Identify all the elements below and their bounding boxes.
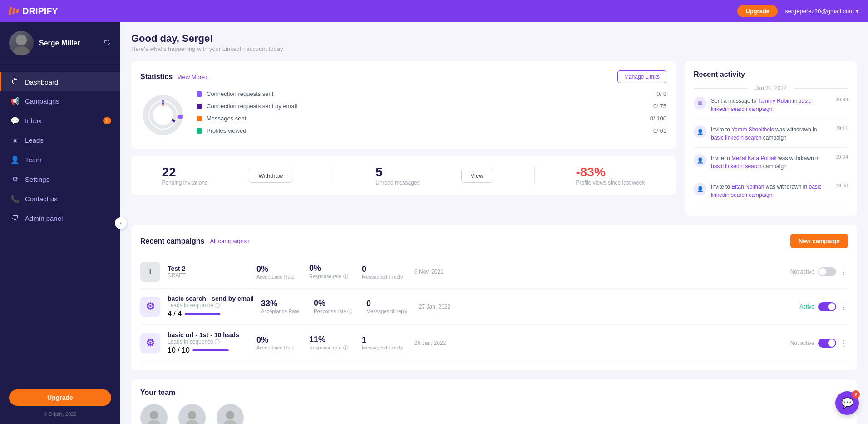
sidebar-nav: ⏱ Dashboard 📢 Campaigns 💬 Inbox 5 ★ Lead… — [0, 65, 120, 382]
campaign-info-0: Test 2 DRAFT — [168, 265, 249, 279]
stat-row: Messages sent 0/ 100 — [197, 115, 666, 122]
messages-label-1: Messages till reply — [366, 309, 412, 314]
sidebar-item-inbox[interactable]: 💬 Inbox 5 — [0, 111, 120, 130]
activity-panel: Recent activity Jan 31, 2022 ✉ Sent a me… — [685, 61, 857, 216]
manage-limits-button[interactable]: Manage Limits — [617, 70, 666, 83]
copyright: © Dripify, 2022 — [9, 411, 111, 417]
team-member-2 — [217, 404, 244, 424]
sidebar-item-settings[interactable]: ⚙ Settings — [0, 170, 120, 189]
campaign-response-0: 0% Response rate ⓘ — [309, 264, 355, 280]
member-avatar-svg-0 — [145, 409, 163, 424]
info-icon-1: ⓘ — [347, 309, 352, 314]
logo-text: DRIPIFY — [22, 6, 58, 16]
stat-dot-connections — [197, 91, 202, 97]
sidebar-item-admin[interactable]: 🛡 Admin panel — [0, 209, 120, 228]
response-label-1: Response rate ⓘ — [314, 308, 359, 315]
svg-point-13 — [226, 411, 235, 419]
campaign-icon-1: ⚙ — [140, 297, 160, 317]
stat-dot-email — [197, 104, 202, 109]
campaign-acceptance-1: 33% Acceptance Rate — [261, 299, 306, 314]
sidebar-item-team[interactable]: 👤 Team — [0, 150, 120, 170]
chat-badge: 2 — [852, 390, 860, 399]
activity-text-1: Invite to Yoram Shooltheis was withdrawn… — [711, 125, 831, 142]
settings-icon: ⚙ — [10, 175, 20, 184]
acceptance-value-2: 0% — [256, 335, 302, 345]
logo-stripe-2 — [12, 8, 15, 14]
toggle-switch-2[interactable] — [818, 339, 836, 348]
greeting-subtitle: Here's what's happening with your Linked… — [131, 45, 857, 52]
svg-point-14 — [223, 420, 237, 424]
stats-header: Statistics View More › Manage Limits — [140, 70, 666, 83]
toggle-switch-0[interactable] — [818, 267, 836, 276]
svg-point-1 — [13, 46, 30, 55]
stat-value-2: 0/ 100 — [650, 115, 666, 122]
messages-value-0: 0 — [362, 264, 407, 274]
info-icon: ⓘ — [343, 274, 348, 279]
progress-bar-fill-2 — [192, 349, 229, 351]
activity-link-campaign-2[interactable]: basic linkedin search — [711, 163, 761, 170]
chevron-down-icon: ▾ — [856, 8, 859, 15]
campaign-status-0: DRAFT — [168, 272, 249, 279]
stat-label-0: Connection requests sent — [207, 90, 652, 97]
upgrade-button-sidebar[interactable]: Upgrade — [9, 389, 111, 406]
campaign-name-2: basic url - 1st - 10 leads — [168, 331, 249, 339]
activity-text-2: Invite to Meital Kara Polliak was withdr… — [711, 154, 831, 170]
view-button[interactable]: View — [461, 169, 493, 183]
svg-point-7 — [162, 103, 164, 105]
progress-bar-bg-1 — [184, 313, 221, 315]
activity-link-yoram[interactable]: Yoram Shooltheis — [731, 126, 774, 133]
activity-link-tammy[interactable]: Tammy Rubin — [758, 98, 791, 104]
acceptance-label-1: Acceptance Rate — [261, 309, 306, 314]
messages-value-1: 0 — [366, 299, 412, 309]
chat-bubble[interactable]: 💬 2 — [835, 391, 859, 415]
withdraw-button[interactable]: Withdraw — [249, 169, 292, 183]
activity-link-meital[interactable]: Meital Kara Polliak — [731, 155, 776, 161]
activity-text-3: Invite to Eitan Noiman was withdrawn in … — [711, 183, 831, 199]
toggle-knob-2 — [828, 339, 835, 347]
upgrade-button-top[interactable]: Upgrade — [737, 5, 778, 17]
status-badge-1: Active — [799, 304, 814, 310]
activity-link-eitan[interactable]: Eitan Noiman — [731, 184, 764, 190]
campaign-response-2: 11% Response rate ⓘ — [309, 335, 355, 351]
sidebar-item-campaigns[interactable]: 📢 Campaigns — [0, 91, 120, 111]
activity-invite-icon-1: 👤 — [694, 125, 706, 138]
inbox-icon: 💬 — [10, 116, 20, 125]
stat-dot-profiles — [197, 128, 202, 134]
activity-link-campaign-3[interactable]: basic linkedin search campaign — [711, 184, 821, 198]
campaigns-title: Recent campaigns — [140, 237, 204, 245]
logo-stripe-1 — [8, 7, 12, 15]
campaigns-title-row: Recent campaigns All campaigns › — [140, 237, 250, 245]
activity-time-2: 19:04 — [835, 154, 848, 160]
all-campaigns-text: All campaigns — [210, 238, 247, 244]
sidebar-item-leads[interactable]: ★ Leads — [0, 130, 120, 150]
view-more-link[interactable]: View More › — [177, 74, 208, 80]
member-avatar-svg-2 — [221, 409, 239, 424]
all-campaigns-link[interactable]: All campaigns › — [210, 238, 249, 244]
main-layout: Serge Miller 🛡 ⏱ Dashboard 📢 Campaigns 💬… — [0, 22, 868, 424]
sidebar-item-dashboard[interactable]: ⏱ Dashboard — [0, 72, 120, 91]
campaign-date-2: 26 Jan, 2022 — [414, 340, 455, 346]
chat-icon: 💬 — [841, 397, 853, 409]
user-email-text: sergeperez20@gmail.com — [785, 8, 854, 15]
activity-link-campaign-1[interactable]: basic linkedin search — [711, 135, 761, 141]
activity-title: Recent activity — [694, 70, 848, 79]
team-members — [140, 404, 848, 424]
campaign-more-0[interactable]: ⋮ — [840, 267, 848, 277]
new-campaign-button[interactable]: New campaign — [790, 234, 848, 248]
campaign-row-1: ⚙ basic search - send by email Leads in … — [140, 289, 848, 325]
toggle-switch-1[interactable] — [818, 302, 836, 311]
stat-row: Profiles viewed 0/ 61 — [197, 127, 666, 134]
metrics-row: 22 Pending invitations Withdraw 5 Unread… — [131, 156, 676, 195]
sidebar-item-contact[interactable]: 📞 Contact us — [0, 189, 120, 209]
campaign-more-1[interactable]: ⋮ — [840, 302, 848, 312]
status-badge-0: Not active — [790, 269, 814, 275]
messages-label-2: Messages till reply — [362, 345, 407, 350]
svg-point-6 — [162, 100, 164, 103]
leads-count-1: 4 / 4 — [168, 310, 182, 318]
collapse-sidebar-button[interactable]: ‹ — [115, 217, 127, 229]
campaign-more-2[interactable]: ⋮ — [840, 338, 848, 348]
profile-views-metric: -83% Profile views since last week — [576, 165, 645, 186]
acceptance-value-1: 33% — [261, 299, 306, 309]
stat-label-3: Profiles viewed — [207, 127, 649, 134]
user-email-dropdown[interactable]: sergeperez20@gmail.com ▾ — [785, 8, 859, 15]
